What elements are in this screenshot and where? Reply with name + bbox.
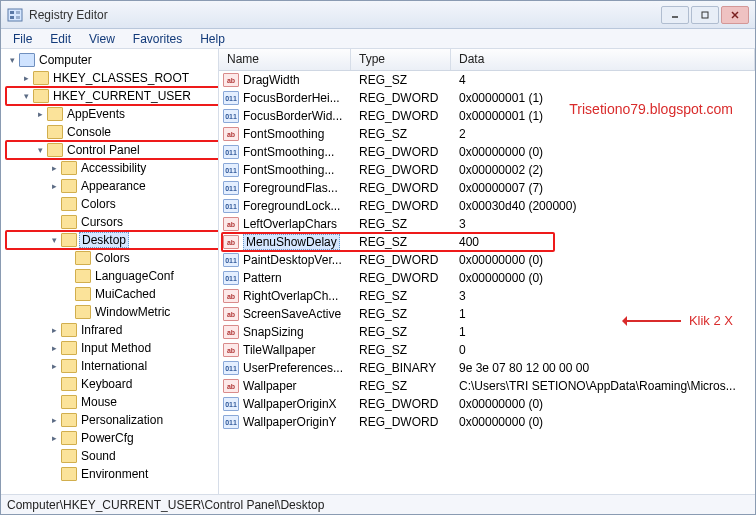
chevron-right-icon[interactable]: ▸ [35,109,45,119]
column-data[interactable]: Data [451,49,755,70]
menu-favorites[interactable]: Favorites [125,31,190,47]
tree-item[interactable]: ▸International [49,357,218,375]
tree-item[interactable]: Console [35,123,218,141]
value-name: WallpaperOriginX [243,397,337,411]
tree-item[interactable]: ▾HKEY_CURRENT_USER [21,87,218,105]
string-value-icon: ab [223,343,239,357]
list-row[interactable]: 011FontSmoothing...REG_DWORD0x00000000 (… [219,143,755,161]
close-button[interactable] [721,6,749,24]
cell-type: REG_SZ [351,235,451,249]
folder-icon [61,413,77,427]
cell-type: REG_DWORD [351,163,451,177]
list-rows[interactable]: abDragWidthREG_SZ4011FocusBorderHei...RE… [219,71,755,494]
list-row[interactable]: abTileWallpaperREG_SZ0 [219,341,755,359]
tree-item[interactable]: WindowMetric [63,303,218,321]
tree-panel[interactable]: ▾Computer▸HKEY_CLASSES_ROOT▾HKEY_CURRENT… [1,49,219,494]
list-row[interactable]: abRightOverlapCh...REG_SZ3 [219,287,755,305]
tree-item[interactable]: Cursors [49,213,218,231]
tree-item[interactable]: ▸HKEY_CLASSES_ROOT [21,69,218,87]
tree-item[interactable]: ▸Personalization [49,411,218,429]
tree-item[interactable]: ▸Appearance [49,177,218,195]
cell-type: REG_SZ [351,307,451,321]
list-row[interactable]: abScreenSaveActiveREG_SZ1 [219,305,755,323]
list-row[interactable]: 011FocusBorderWid...REG_DWORD0x00000001 … [219,107,755,125]
binary-value-icon: 011 [223,109,239,123]
list-row[interactable]: abDragWidthREG_SZ4 [219,71,755,89]
tree-item-label: Desktop [79,232,129,248]
tree-root[interactable]: ▾Computer [7,51,218,69]
chevron-down-icon[interactable]: ▾ [35,145,45,155]
column-type[interactable]: Type [351,49,451,70]
tree-item[interactable]: ▸AppEvents [35,105,218,123]
tree-item[interactable]: LanguageConf [63,267,218,285]
minimize-button[interactable] [661,6,689,24]
folder-icon [47,125,63,139]
list-row[interactable]: 011WallpaperOriginXREG_DWORD0x00000000 (… [219,395,755,413]
chevron-down-icon[interactable]: ▾ [7,55,17,65]
tree-item[interactable]: Environment [49,465,218,483]
list-row[interactable]: 011FontSmoothing...REG_DWORD0x00000002 (… [219,161,755,179]
cell-type: REG_DWORD [351,271,451,285]
folder-icon [47,107,63,121]
chevron-right-icon[interactable]: ▸ [49,343,59,353]
tree-item[interactable]: ▾Control Panel [35,141,218,159]
folder-icon [75,287,91,301]
cell-data: 1 [451,325,755,339]
tree-item[interactable]: ▸Accessibility [49,159,218,177]
string-value-icon: ab [223,379,239,393]
column-name[interactable]: Name [219,49,351,70]
statusbar-path: Computer\HKEY_CURRENT_USER\Control Panel… [7,498,324,512]
list-row[interactable]: 011ForegroundLock...REG_DWORD0x00030d40 … [219,197,755,215]
list-row[interactable]: 011WallpaperOriginYREG_DWORD0x00000000 (… [219,413,755,431]
tree-item[interactable]: Sound [49,447,218,465]
list-row[interactable]: abSnapSizingREG_SZ1 [219,323,755,341]
chevron-right-icon[interactable]: ▸ [49,325,59,335]
chevron-right-icon[interactable]: ▸ [49,163,59,173]
value-name: SnapSizing [243,325,304,339]
value-name: Wallpaper [243,379,297,393]
value-name: FontSmoothing [243,127,324,141]
chevron-right-icon[interactable]: ▸ [49,181,59,191]
cell-name: 011WallpaperOriginX [219,397,351,411]
menu-view[interactable]: View [81,31,123,47]
tree-item[interactable]: Mouse [49,393,218,411]
string-value-icon: ab [223,235,239,249]
list-row[interactable]: abFontSmoothingREG_SZ2 [219,125,755,143]
tree-item[interactable]: ▸Input Method [49,339,218,357]
list-row[interactable]: abMenuShowDelayREG_SZ400 [219,233,755,251]
value-name: FocusBorderHei... [243,91,340,105]
tree-item-label: HKEY_CURRENT_USER [51,89,193,103]
list-row[interactable]: abLeftOverlapCharsREG_SZ3 [219,215,755,233]
list-row[interactable]: abWallpaperREG_SZC:\Users\TRI SETIONO\Ap… [219,377,755,395]
cell-name: abRightOverlapCh... [219,289,351,303]
chevron-right-icon[interactable]: ▸ [21,73,31,83]
menu-edit[interactable]: Edit [42,31,79,47]
tree-item[interactable]: ▸Infrared [49,321,218,339]
chevron-down-icon[interactable]: ▾ [21,91,31,101]
tree-item[interactable]: ▾Desktop [49,231,218,249]
binary-value-icon: 011 [223,397,239,411]
cell-type: REG_SZ [351,379,451,393]
menu-help[interactable]: Help [192,31,233,47]
list-row[interactable]: 011FocusBorderHei...REG_DWORD0x00000001 … [219,89,755,107]
list-row[interactable]: 011PaintDesktopVer...REG_DWORD0x00000000… [219,251,755,269]
tree-item[interactable]: MuiCached [63,285,218,303]
chevron-right-icon[interactable]: ▸ [49,433,59,443]
list-row[interactable]: 011ForegroundFlas...REG_DWORD0x00000007 … [219,179,755,197]
cell-data: 0x00030d40 (200000) [451,199,755,213]
cell-name: abLeftOverlapChars [219,217,351,231]
chevron-right-icon[interactable]: ▸ [49,415,59,425]
tree-item[interactable]: Keyboard [49,375,218,393]
chevron-down-icon[interactable]: ▾ [49,235,59,245]
list-row[interactable]: 011PatternREG_DWORD0x00000000 (0) [219,269,755,287]
tree-item[interactable]: Colors [63,249,218,267]
value-name: DragWidth [243,73,300,87]
maximize-button[interactable] [691,6,719,24]
tree-item[interactable]: ▸PowerCfg [49,429,218,447]
cell-name: abScreenSaveActive [219,307,351,321]
chevron-right-icon[interactable]: ▸ [49,361,59,371]
value-name: FocusBorderWid... [243,109,342,123]
tree-item[interactable]: Colors [49,195,218,213]
list-row[interactable]: 011UserPreferences...REG_BINARY9e 3e 07 … [219,359,755,377]
menu-file[interactable]: File [5,31,40,47]
